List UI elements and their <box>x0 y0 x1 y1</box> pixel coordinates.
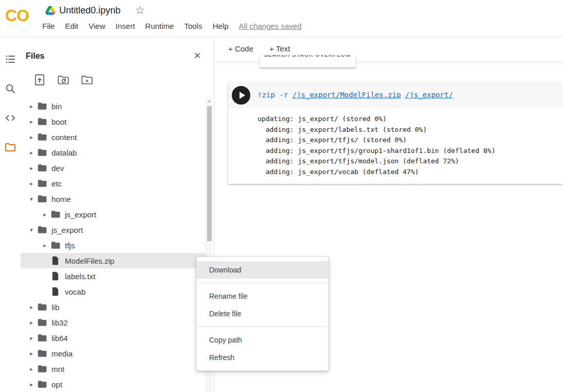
tree-item[interactable]: ModelFiles.zip <box>21 253 206 268</box>
expand-arrow-icon[interactable]: ▸ <box>27 180 36 187</box>
folder-icon <box>37 302 47 312</box>
table-of-contents-icon[interactable] <box>4 53 16 65</box>
star-icon[interactable]: ☆ <box>135 4 145 16</box>
tree-item[interactable]: ▸ tfjs <box>21 237 206 253</box>
tree-item[interactable]: ▸ dev <box>21 160 206 176</box>
notebook-title[interactable]: Untitled0.ipynb <box>59 5 121 16</box>
tree-item-label: content <box>52 133 77 142</box>
scrollbar-thumb[interactable] <box>207 106 212 241</box>
menu-help[interactable]: Help <box>213 22 229 30</box>
context-menu-item-download[interactable]: Download <box>197 261 328 279</box>
context-menu-item-label: Copy path <box>209 336 242 344</box>
tree-item[interactable]: ▸ mnt <box>21 361 206 377</box>
add-code-button[interactable]: + Code <box>228 44 253 53</box>
file-icon <box>50 286 61 297</box>
expand-arrow-icon[interactable]: ▸ <box>27 381 36 388</box>
expand-arrow-icon[interactable]: ▸ <box>40 211 49 218</box>
files-tab-icon[interactable] <box>4 141 16 154</box>
search-stack-overflow-label: SEARCH STACK OVERFLOW <box>260 55 355 58</box>
tree-item[interactable]: ▸ opt <box>21 377 206 392</box>
expand-arrow-icon[interactable]: ▸ <box>27 134 36 141</box>
run-cell-button[interactable] <box>232 86 250 105</box>
menu-tools[interactable]: Tools <box>184 22 202 30</box>
expand-arrow-icon[interactable]: ▸ <box>40 242 49 249</box>
expand-arrow-icon[interactable]: ▸ <box>27 304 36 311</box>
search-icon[interactable] <box>4 82 16 95</box>
menu-file[interactable]: File <box>42 22 55 30</box>
tree-item-label: labels.txt <box>65 272 95 281</box>
expand-arrow-icon[interactable]: ▸ <box>27 165 36 172</box>
folder-icon <box>50 209 61 219</box>
cell-code-area[interactable]: !zip -r /js_export/ModelFiles.zip /js_ex… <box>228 82 563 108</box>
tree-item[interactable]: ▸ media <box>21 346 206 361</box>
code-path-link[interactable]: /js_export/ModelFiles.zip <box>292 91 401 99</box>
code-snippets-icon[interactable] <box>4 112 16 124</box>
context-menu-item-rename-file[interactable]: Rename file <box>197 287 328 305</box>
file-tree: ▸ bin ▸ boot ▸ content ▸ datalab ▸ <box>21 98 206 392</box>
save-status[interactable]: All changes saved <box>239 22 302 30</box>
expand-arrow-icon[interactable]: ▸ <box>27 335 36 342</box>
expand-arrow-icon[interactable]: ▸ <box>27 319 36 326</box>
output-line: updating: js_export/ (stored 0%) <box>258 114 563 125</box>
expand-arrow-icon[interactable]: ▸ <box>27 149 36 156</box>
tree-item[interactable]: labels.txt <box>21 268 206 284</box>
tree-item-label: bin <box>52 102 62 111</box>
context-menu-item-refresh[interactable]: Refresh <box>197 349 328 366</box>
output-line: adding: js_export/vocab (deflated 47%) <box>258 167 563 178</box>
context-menu-item-label: Rename file <box>209 292 248 300</box>
tree-item-label: mnt <box>52 365 64 373</box>
tree-item[interactable]: ▸ lib64 <box>21 330 206 346</box>
folder-icon <box>37 364 47 374</box>
menu-view[interactable]: View <box>89 22 105 30</box>
refresh-folder-icon[interactable] <box>57 73 70 87</box>
expand-arrow-icon[interactable]: ▸ <box>27 118 36 125</box>
tree-item-label: vocab <box>65 287 86 296</box>
tree-item[interactable]: ▸ bin <box>21 98 206 114</box>
file-icon <box>50 255 61 266</box>
tree-item-label: home <box>52 195 71 203</box>
close-icon[interactable]: ✕ <box>194 50 201 61</box>
tree-item[interactable]: ▾ js_export <box>21 222 206 237</box>
upload-file-icon[interactable] <box>33 73 46 87</box>
code-path-link[interactable]: /js_export/ <box>405 91 453 99</box>
context-menu-item-label: Refresh <box>209 353 234 362</box>
folder-icon <box>37 178 47 189</box>
output-line: adding: js_export/tfjs/ (stored 0%) <box>258 135 563 146</box>
tree-item-label: js_export <box>52 226 83 234</box>
tree-item[interactable]: ▸ lib <box>21 299 206 315</box>
menu-runtime[interactable]: Runtime <box>145 22 174 30</box>
expand-arrow-icon[interactable]: ▾ <box>27 196 36 202</box>
files-panel: Files ✕ ▸ bin ▸ <box>21 37 206 392</box>
menu-insert[interactable]: Insert <box>115 22 135 30</box>
folder-icon <box>37 194 47 204</box>
tree-item[interactable]: ▸ js_export <box>21 207 206 222</box>
folder-icon <box>37 225 47 235</box>
expand-arrow-icon[interactable]: ▾ <box>27 227 36 233</box>
tree-item[interactable]: ▸ lib32 <box>21 315 206 330</box>
tree-item[interactable]: ▾ home <box>21 191 206 207</box>
context-menu: Download Rename file Delete file Copy pa… <box>196 257 329 371</box>
tree-item[interactable]: vocab <box>21 284 206 299</box>
tree-item[interactable]: ▸ content <box>21 129 206 145</box>
scrollbar-up-arrow-icon[interactable]: ▲ <box>206 99 213 103</box>
context-menu-item-copy-path[interactable]: Copy path <box>197 331 328 349</box>
context-menu-item-delete-file[interactable]: Delete file <box>197 305 328 322</box>
expand-arrow-icon[interactable]: ▸ <box>27 103 36 110</box>
tree-item[interactable]: ▸ datalab <box>21 145 206 160</box>
tree-item[interactable]: ▸ etc <box>21 176 206 191</box>
expand-arrow-icon[interactable]: ▸ <box>27 366 36 372</box>
expand-arrow-icon[interactable]: ▸ <box>27 350 36 357</box>
header: CO Untitled0.ipynb ☆ FileEditViewInsertR… <box>0 0 563 37</box>
tree-item[interactable]: ▸ boot <box>21 114 206 129</box>
tree-item-label: datalab <box>52 148 77 157</box>
code-line[interactable]: !zip -r /js_export/ModelFiles.zip /js_ex… <box>258 91 453 99</box>
folder-icon <box>37 147 47 158</box>
google-drive-icon <box>45 6 55 15</box>
add-text-button[interactable]: + Text <box>269 44 290 53</box>
mount-drive-icon[interactable] <box>80 73 94 87</box>
files-panel-title: Files <box>26 52 44 61</box>
search-stack-overflow-button[interactable]: SEARCH STACK OVERFLOW <box>260 55 355 67</box>
colab-logo[interactable]: CO <box>5 6 29 25</box>
tree-item-label: lib <box>52 303 59 312</box>
menu-edit[interactable]: Edit <box>65 22 78 30</box>
